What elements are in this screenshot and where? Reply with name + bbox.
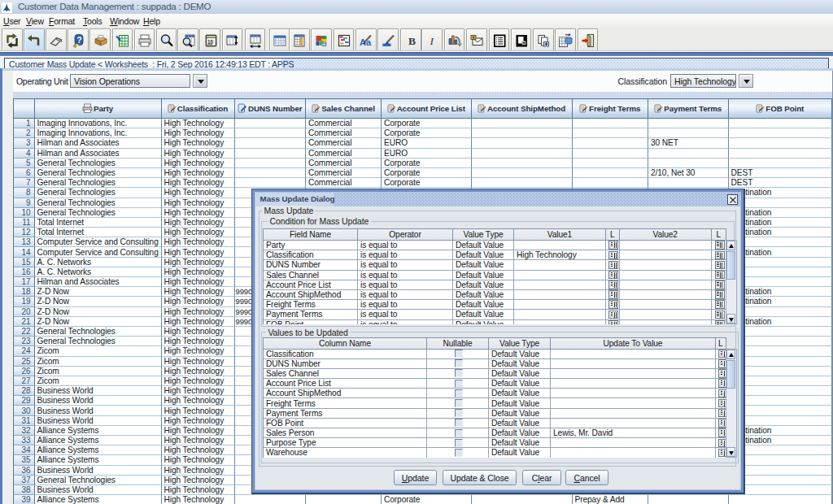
svg-text:10: 10 — [207, 38, 214, 44]
svg-text:B: B — [408, 35, 416, 47]
svg-text:I: I — [430, 35, 435, 47]
svg-text:?: ? — [76, 34, 81, 44]
